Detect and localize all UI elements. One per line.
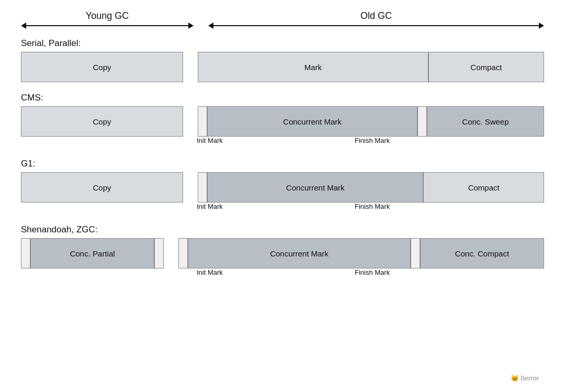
bar-concurrent-mark-shenandoah: Concurrent Mark [188,238,410,268]
section-g1-title: G1: [21,159,544,169]
g1-init-mark-label: Init Mark [197,203,223,210]
bar-finish-mark-cms [417,106,427,137]
young-gc-arrow-left [21,23,26,29]
gap-shenandoah [164,238,178,268]
bar-conc-compact: Conc. Compact [420,238,544,268]
bar-young-right-narrow [154,238,164,268]
young-gc-section: Young GC [21,10,194,29]
old-gc-section: Old GC [208,10,544,29]
bar-copy-serial: Copy [21,52,183,82]
cms-finish-mark-label: Finish Mark [355,137,390,144]
bar-init-mark-shenandoah [178,238,188,268]
bar-compact-g1: Compact [423,172,544,203]
bar-row-serial-parallel: Copy Mark Compact [21,52,544,82]
section-serial-parallel-title: Serial, Parallel: [21,38,544,49]
bar-copy-cms: Copy [21,106,183,137]
page-wrapper: Young GC Old GC Serial, Parallel: Copy M… [21,10,544,387]
gap-g1 [183,172,198,203]
section-cms: CMS: Copy Concurrent Mark Conc. Sweep In… [21,93,544,148]
young-gc-shaft [26,25,188,26]
shenandoah-init-mark-label: Init Mark [197,268,223,276]
cms-below-labels: Init Mark Finish Mark [21,137,544,148]
old-gc-arrow-right [539,23,544,29]
bar-compact-serial: Compact [428,52,544,82]
bar-row-shenandoah: Conc. Partial Concurrent Mark Conc. Comp… [21,238,544,268]
cms-init-mark-label: Init Mark [197,137,223,144]
old-gc-label: Old GC [360,10,392,21]
bar-finish-mark-shenandoah [411,238,420,268]
bar-conc-partial: Conc. Partial [30,238,154,268]
header-arrows: Young GC Old GC [21,10,544,29]
old-gc-arrow [208,23,544,29]
bar-concurrent-mark-cms: Concurrent Mark [207,106,417,137]
section-cms-title: CMS: [21,93,544,103]
watermark: 🐱 0error [511,374,539,382]
young-gc-label: Young GC [86,10,129,21]
bar-init-mark-cms [198,106,207,137]
bar-row-g1: Copy Concurrent Mark Compact [21,172,544,203]
bar-init-mark-g1 [198,172,207,203]
g1-finish-mark-label: Finish Mark [355,203,390,210]
old-gc-arrow-left [208,23,213,29]
bar-young-left-narrow [21,238,30,268]
shenandoah-below-labels: Init Mark Finish Mark [21,268,544,280]
old-gc-shaft [213,25,539,26]
bar-concurrent-mark-g1: Concurrent Mark [207,172,423,203]
bar-row-cms: Copy Concurrent Mark Conc. Sweep [21,106,544,137]
bar-conc-sweep-cms: Conc. Sweep [427,106,544,137]
young-gc-arrow-right [188,23,194,29]
bar-copy-g1: Copy [21,172,183,203]
section-g1: G1: Copy Concurrent Mark Compact Init Ma… [21,159,544,214]
g1-below-labels: Init Mark Finish Mark [21,203,544,214]
gap-serial [183,52,198,82]
section-shenandoah-title: Shenandoah, ZGC: [21,225,544,235]
gap-cms [183,106,198,137]
section-serial-parallel: Serial, Parallel: Copy Mark Compact [21,38,544,82]
bar-mark-serial: Mark [198,52,428,82]
section-shenandoah-zgc: Shenandoah, ZGC: Conc. Partial Concurren… [21,225,544,280]
shenandoah-finish-mark-label: Finish Mark [355,268,390,276]
young-gc-arrow [21,23,194,29]
